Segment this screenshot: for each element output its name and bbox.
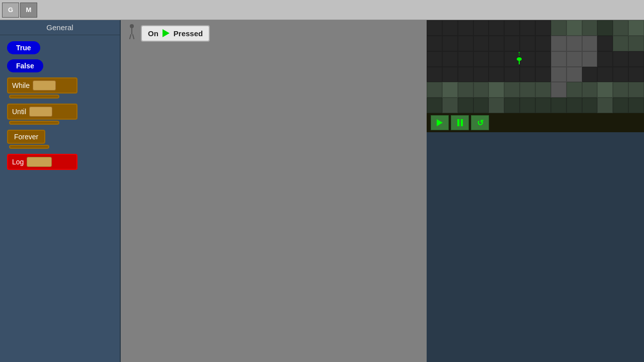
- tile: [458, 67, 473, 82]
- tile: [520, 20, 535, 36]
- false-block[interactable]: False: [7, 59, 43, 72]
- play-button[interactable]: [431, 115, 449, 130]
- tile: [582, 51, 598, 67]
- tile: [613, 82, 628, 98]
- tile: [442, 82, 458, 98]
- forever-block-container: Forever: [7, 130, 113, 149]
- tile: [582, 36, 598, 51]
- tile: [582, 98, 598, 113]
- tile: [473, 36, 489, 51]
- tile: [442, 20, 458, 36]
- tile: [442, 36, 458, 51]
- game-viewport: ↑: [427, 20, 644, 113]
- tile: [628, 51, 644, 67]
- forever-block[interactable]: Forever: [7, 130, 45, 144]
- tile: [551, 36, 567, 51]
- play-icon: [437, 119, 443, 126]
- tile: [458, 20, 473, 36]
- tile: [582, 67, 598, 82]
- tile: [473, 98, 489, 113]
- tile: [551, 67, 567, 82]
- while-block-container: While: [7, 77, 113, 99]
- console-area: [427, 132, 644, 362]
- tile: [597, 67, 613, 82]
- log-block[interactable]: Log: [7, 154, 77, 170]
- tile: [535, 98, 551, 113]
- tile: [582, 82, 598, 98]
- figure-icon: [127, 24, 137, 42]
- figure-body: [131, 28, 132, 34]
- tile: [427, 82, 442, 98]
- tile: [458, 98, 473, 113]
- tile: [473, 20, 489, 36]
- player-body: [519, 61, 520, 64]
- while-input[interactable]: [33, 80, 56, 90]
- tile: [613, 36, 628, 51]
- while-block[interactable]: While: [7, 77, 77, 94]
- tile: [597, 82, 613, 98]
- tile: [458, 51, 473, 67]
- tile: [535, 20, 551, 36]
- tile: [442, 51, 458, 67]
- tile: [613, 67, 628, 82]
- undo-icon: ↺: [477, 118, 484, 128]
- player-head: [517, 57, 522, 61]
- tile: [535, 36, 551, 51]
- undo-button[interactable]: ↺: [471, 115, 489, 130]
- figure-head: [130, 24, 134, 28]
- tab-m[interactable]: M: [20, 3, 37, 18]
- tile: [489, 36, 504, 51]
- tile: [613, 20, 628, 36]
- pressed-label: Pressed: [174, 29, 203, 38]
- pause-button[interactable]: [451, 115, 469, 130]
- figure-leg-left: [129, 34, 132, 39]
- tile: [442, 67, 458, 82]
- tile: [489, 67, 504, 82]
- tile: [613, 51, 628, 67]
- right-panel: ↑ ↺: [427, 20, 644, 362]
- tile: [628, 82, 644, 98]
- on-pressed-block[interactable]: On Pressed: [141, 25, 210, 42]
- controls-bar: ↺: [427, 113, 644, 132]
- tile: [535, 67, 551, 82]
- forever-block-bottom: [9, 145, 49, 149]
- tile: [504, 98, 520, 113]
- tile: [473, 82, 489, 98]
- tile: [504, 67, 520, 82]
- pause-bar-right: [461, 119, 463, 126]
- canvas-body[interactable]: [121, 46, 427, 362]
- tile: [504, 20, 520, 36]
- tile: [489, 82, 504, 98]
- until-input[interactable]: [29, 107, 52, 117]
- tile: [597, 36, 613, 51]
- tile: [567, 20, 582, 36]
- log-input[interactable]: [27, 157, 52, 167]
- tile: [458, 36, 473, 51]
- tile: [427, 98, 442, 113]
- pause-bar-left: [457, 119, 459, 126]
- tile: [551, 82, 567, 98]
- tile: [520, 36, 535, 51]
- tile: [628, 67, 644, 82]
- tile: [551, 98, 567, 113]
- tile: [613, 98, 628, 113]
- tile: [473, 67, 489, 82]
- true-block[interactable]: True: [7, 41, 40, 54]
- on-label: On: [148, 29, 158, 38]
- tile: [489, 20, 504, 36]
- top-bar: G M: [0, 0, 644, 20]
- tile: [567, 98, 582, 113]
- log-label: Log: [12, 158, 24, 166]
- tile: [551, 20, 567, 36]
- while-label: While: [12, 81, 30, 89]
- main-layout: General True False While Until: [0, 20, 644, 362]
- tab-g[interactable]: G: [2, 3, 19, 18]
- canvas-header: On Pressed: [121, 20, 427, 46]
- tile: [520, 98, 535, 113]
- sidebar: General True False While Until: [0, 20, 121, 362]
- until-block[interactable]: Until: [7, 104, 77, 120]
- sidebar-title: General: [0, 20, 120, 35]
- center-canvas: On Pressed: [121, 20, 427, 362]
- tile: [567, 82, 582, 98]
- tile: [551, 51, 567, 67]
